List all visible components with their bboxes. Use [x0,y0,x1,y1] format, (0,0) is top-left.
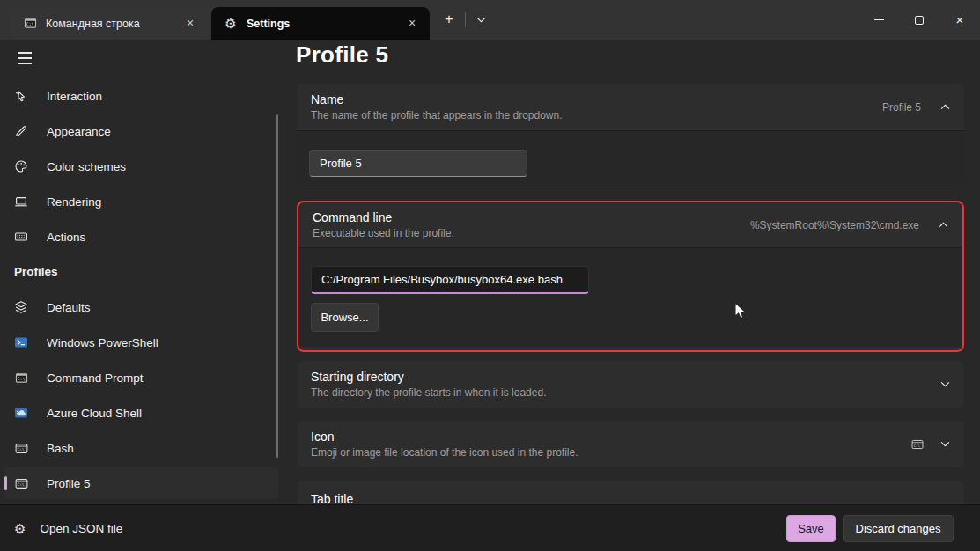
tab-label: Settings [247,18,403,30]
window-controls: × [858,0,980,40]
setting-value-preview: Profile 5 [882,101,921,114]
sidebar-item-azure-cloud-shell[interactable]: Azure Cloud Shell [4,397,278,429]
sidebar-item-actions[interactable]: Actions [4,221,278,253]
setting-title: Icon [311,429,578,444]
selection-indicator [4,476,7,490]
sidebar-item-interaction[interactable]: Interaction [4,80,278,112]
sidebar-item-label: Bash [47,442,74,455]
minimize-button[interactable] [858,0,899,40]
footer-bar: ⚙ Open JSON file Save Discard changes [0,504,980,551]
maximize-button[interactable] [899,0,939,40]
open-json-file-label: Open JSON file [40,522,122,535]
svg-text:C:\: C:\ [914,443,921,447]
chevron-down-icon[interactable] [940,441,950,447]
sidebar-scrollbar[interactable] [276,114,278,458]
interaction-icon [14,89,28,103]
gear-icon: ⚙ [14,522,26,535]
tab-command-prompt[interactable]: C:\ Командная строка × [11,7,208,40]
sidebar-item-label: Azure Cloud Shell [47,407,142,420]
close-icon: × [956,12,964,27]
sidebar-item-label: Rendering [47,195,101,209]
name-setting-card: Name The name of the profile that appear… [297,84,964,187]
close-window-button[interactable]: × [939,0,980,40]
command-prompt-icon: C:\ [14,371,28,385]
command-line-expander-content: Browse... [298,247,962,347]
gear-icon: ⚙ [224,17,238,31]
sidebar-item-label: Actions [47,231,85,244]
discard-changes-button[interactable]: Discard changes [843,515,954,542]
save-button[interactable]: Save [786,515,836,542]
svg-text:C:\: C:\ [17,447,24,452]
tab-title-expander-header[interactable]: Tab title [297,481,964,504]
tab-dropdown-button[interactable] [469,8,492,32]
appearance-icon [14,124,28,138]
name-expander-header[interactable]: Name The name of the profile that appear… [297,84,964,130]
setting-title: Command line [313,209,454,225]
svg-text:C:\: C:\ [17,376,25,380]
chevron-up-icon[interactable] [940,104,950,110]
close-icon[interactable]: × [403,15,421,33]
color-schemes-icon [14,159,28,173]
sidebar-item-label: Command Prompt [47,371,144,385]
starting-directory-setting-card: Starting directory The directory the pro… [297,361,964,408]
sidebar-item-label: Interaction [47,90,102,103]
tab-settings[interactable]: ⚙ Settings × [211,7,430,40]
sidebar-item-label: Defaults [47,301,91,314]
command-line-input[interactable] [311,266,589,294]
sidebar-item-rendering[interactable]: Rendering [4,186,278,217]
settings-nav-sidebar: Interaction Appearance Color schemes Ren… [0,40,282,504]
open-json-file-button[interactable]: ⚙ Open JSON file [14,515,122,541]
sidebar-item-label: Windows PowerShell [47,336,158,349]
chevron-down-icon [476,17,486,23]
divider [465,12,466,27]
setting-title: Starting directory [311,369,546,385]
profiles-section-header: Profiles [14,256,58,288]
sidebar-item-bash[interactable]: C:\ Bash [4,432,278,464]
terminal-window-icon: C:\ [14,476,28,490]
command-line-expander-header[interactable]: Command line Executable used in the prof… [298,202,962,247]
icon-setting-card: Icon Emoji or image file location of the… [297,421,964,467]
setting-title: Name [311,92,563,107]
setting-title: Tab title [311,491,353,504]
setting-description: The name of the profile that appears in … [311,108,563,122]
browse-button[interactable]: Browse... [311,303,379,332]
setting-description: Emoji or image file location of the icon… [311,445,578,459]
page-title: Profile 5 [296,41,388,69]
setting-description: Executable used in the profile. [313,226,454,240]
maximize-icon [915,16,924,25]
profile-settings-page: Profile 5 Name The name of the profile t… [282,40,980,504]
rendering-icon [14,195,28,209]
sidebar-item-profile-5[interactable]: C:\ Profile 5 [4,467,278,499]
sidebar-item-appearance[interactable]: Appearance [4,115,278,147]
icon-expander-header[interactable]: Icon Emoji or image file location of the… [297,421,964,467]
profile-name-input[interactable] [309,150,527,177]
sidebar-item-defaults[interactable]: Defaults [4,291,278,323]
minimize-icon [874,19,884,20]
svg-text:C:\: C:\ [17,482,24,487]
starting-directory-expander-header[interactable]: Starting directory The directory the pro… [297,361,964,408]
chevron-down-icon[interactable] [940,381,950,387]
setting-description: The directory the profile starts in when… [311,386,546,400]
tab-title-setting-card: Tab title [297,481,964,504]
powershell-icon [14,335,28,349]
sidebar-item-command-prompt[interactable]: C:\ Command Prompt [4,362,278,393]
new-tab-button[interactable]: + [437,8,461,32]
sidebar-item-label: Color schemes [47,160,126,173]
sidebar-item-windows-powershell[interactable]: Windows PowerShell [4,327,278,358]
titlebar: C:\ Командная строка × ⚙ Settings × + × [0,0,980,40]
azure-cloud-icon [14,406,28,420]
terminal-window-icon: C:\ [14,441,28,455]
sidebar-item-color-schemes[interactable]: Color schemes [4,151,278,182]
setting-value-preview: %SystemRoot%\System32\cmd.exe [750,219,919,231]
chevron-up-icon[interactable] [939,222,948,228]
sidebar-item-label: Appearance [47,125,111,138]
close-icon[interactable]: × [181,15,199,33]
cmd-window-icon: C:\ [23,17,37,31]
actions-icon [14,230,28,244]
hamburger-menu-button[interactable] [13,47,37,70]
profile-icon-preview: C:\ [911,438,924,451]
command-line-setting-card: Command line Executable used in the prof… [297,201,964,352]
defaults-icon [14,300,28,314]
sidebar-item-label: Profile 5 [47,477,91,490]
tab-label: Командная строка [46,18,181,30]
